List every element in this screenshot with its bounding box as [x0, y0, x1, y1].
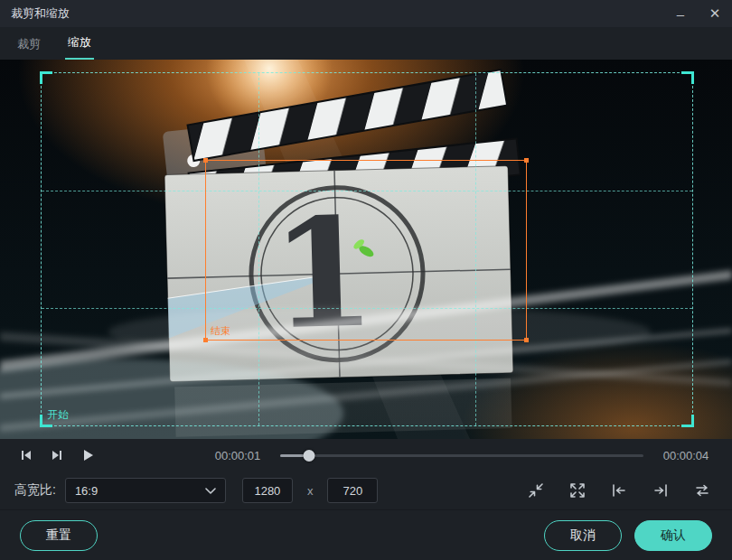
- end-handle-top-right[interactable]: [524, 158, 529, 163]
- dialog-footer: 重置 取消 确认: [0, 509, 732, 560]
- zoom-tools: [526, 481, 718, 500]
- tab-zoom[interactable]: 缩放: [65, 27, 94, 60]
- chevron-down-icon: [205, 488, 216, 494]
- aspect-ratio-row: 高宽比: 16:9 x: [0, 471, 732, 509]
- slider-track[interactable]: [280, 454, 643, 457]
- zoom-end-region[interactable]: 结束: [205, 160, 527, 341]
- playback-controls: 00:00:01 00:00:04: [0, 439, 732, 471]
- swap-icon[interactable]: [692, 481, 712, 500]
- end-handle-top-left[interactable]: [203, 158, 208, 163]
- tab-bar: 裁剪 缩放: [0, 27, 732, 60]
- minimize-button[interactable]: –: [663, 0, 698, 27]
- dimension-separator: x: [307, 484, 314, 498]
- confirm-button[interactable]: 确认: [634, 520, 712, 551]
- crop-handle-bottom-right[interactable]: [681, 415, 694, 427]
- total-time: 00:00:04: [654, 449, 718, 462]
- height-input[interactable]: [327, 478, 378, 503]
- expand-icon[interactable]: [568, 481, 587, 500]
- end-handle-bottom-left[interactable]: [203, 338, 208, 342]
- previous-frame-button[interactable]: [14, 443, 38, 467]
- cancel-button[interactable]: 取消: [544, 520, 622, 551]
- crop-zoom-dialog: 裁剪和缩放 – ✕ 裁剪 缩放: [0, 0, 732, 560]
- current-time: 00:00:01: [206, 449, 269, 462]
- crop-handle-top-left[interactable]: [40, 71, 52, 84]
- align-right-icon[interactable]: [651, 481, 671, 500]
- slider-handle[interactable]: [304, 450, 315, 462]
- close-button[interactable]: ✕: [698, 0, 732, 27]
- width-input[interactable]: [242, 478, 293, 503]
- start-region-label: 开始: [47, 407, 69, 423]
- end-handle-bottom-right[interactable]: [524, 338, 529, 342]
- title-bar: 裁剪和缩放 – ✕: [0, 0, 732, 27]
- dialog-title: 裁剪和缩放: [11, 5, 70, 22]
- collapse-icon[interactable]: [526, 481, 546, 500]
- tab-crop[interactable]: 裁剪: [14, 29, 43, 60]
- aspect-ratio-label: 高宽比:: [14, 482, 56, 499]
- next-frame-button[interactable]: [45, 443, 69, 467]
- reset-button[interactable]: 重置: [20, 520, 98, 551]
- video-preview-area: 1: [0, 60, 732, 439]
- crop-handle-top-right[interactable]: [681, 71, 694, 84]
- aspect-ratio-select[interactable]: 16:9: [65, 478, 226, 503]
- seek-slider[interactable]: [280, 448, 643, 462]
- play-button[interactable]: [76, 443, 99, 467]
- align-left-icon[interactable]: [609, 481, 629, 500]
- aspect-ratio-value: 16:9: [75, 484, 98, 498]
- end-region-label: 结束: [211, 324, 230, 338]
